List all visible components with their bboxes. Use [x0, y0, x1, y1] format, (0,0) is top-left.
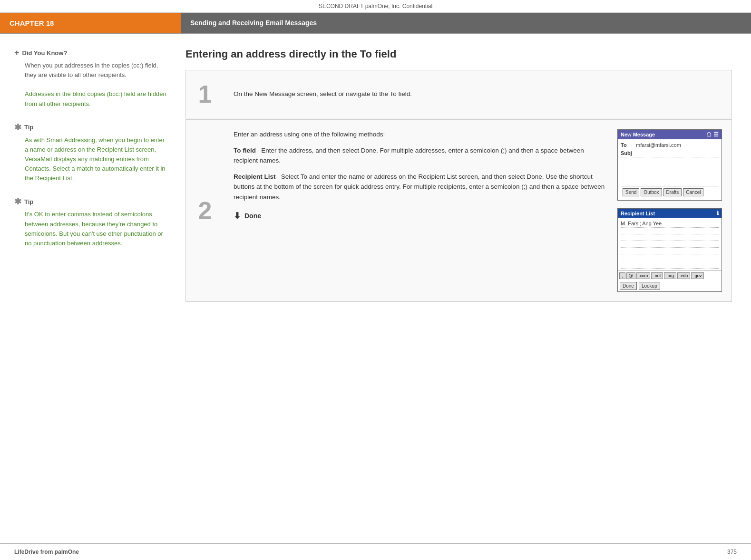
device-2-done-btn[interactable]: Done — [620, 282, 637, 290]
step-1-text: On the New Message screen, select or nav… — [234, 80, 722, 108]
chapter-label: CHAPTER 18 — [0, 13, 181, 33]
plus-icon: + — [14, 48, 20, 58]
device-1-to-value: mfarsi@mfarsi.com — [636, 142, 719, 148]
device-2-recipient-4 — [621, 241, 719, 248]
key-dotcom[interactable]: .com — [636, 272, 651, 279]
chapter-title: Sending and Receiving Email Messages — [181, 13, 751, 33]
chapter-header: CHAPTER 18 Sending and Receiving Email M… — [0, 13, 751, 34]
done-label: Done — [244, 211, 261, 221]
device-1-send-btn[interactable]: Send — [623, 188, 639, 196]
key-dotorg[interactable]: .org — [664, 272, 676, 279]
chapter-number: CHAPTER 18 — [10, 19, 54, 27]
sidebar-text-1: When you put addresses in the copies (cc… — [14, 61, 166, 109]
device-2-recipient-3 — [621, 234, 719, 241]
method1-text: Enter the address, and then select Done.… — [234, 147, 584, 164]
sidebar-text-3: It's OK to enter commas instead of semic… — [14, 210, 166, 248]
device-2-title: Recipient List — [621, 211, 655, 216]
device-1-icon-1: ☖ — [706, 131, 712, 138]
device-2-body: M. Farsi; Ang Yee — [618, 218, 722, 270]
device-2-recipient-2 — [621, 228, 719, 234]
done-row: ⬇ Done — [234, 209, 608, 223]
key-semicolon[interactable]: ; — [619, 272, 625, 279]
sidebar-heading-3: Tip — [24, 198, 33, 205]
sidebar-heading-row-2: ✱ Tip — [14, 122, 166, 133]
device-1-to-row: To mfarsi@mfarsi.com — [621, 141, 719, 149]
device-recipient-list: Recipient List ℹ M. Farsi; Ang Yee — [617, 208, 722, 292]
asterisk-icon-2: ✱ — [14, 196, 21, 207]
done-arrow-icon: ⬇ — [234, 209, 241, 223]
device-1-subj-label: Subj — [621, 150, 634, 156]
device-1-outbox-btn[interactable]: Outbox — [641, 188, 662, 196]
step-1-box: 1 On the New Message screen, select or n… — [185, 70, 732, 118]
sidebar-text-3a: It's OK to enter commas instead of semic… — [25, 211, 163, 246]
step-1-content: On the New Message screen, select or nav… — [224, 70, 731, 118]
step-2-number: 2 — [186, 120, 224, 301]
device-2-keyboard: ; @ .com .net .org .edu .gov — [618, 270, 722, 280]
device-1-subj-row: Subj — [621, 149, 719, 157]
method1-label: To field — [234, 147, 256, 154]
main-content: + Did You Know? When you put addresses i… — [0, 34, 751, 303]
key-at[interactable]: @ — [626, 272, 635, 279]
footer-right: 375 — [727, 549, 737, 555]
page-footer: LifeDrive from palmOne 375 — [0, 543, 751, 560]
step-1-number: 1 — [186, 70, 224, 118]
sidebar-text-2a: As with Smart Addressing, when you begin… — [25, 136, 166, 182]
device-1-titlebar: New Message ☖ ☰ — [618, 130, 722, 139]
device-1-icons: ☖ ☰ — [706, 131, 719, 138]
device-1-drafts-btn[interactable]: Drafts — [663, 188, 682, 196]
device-1-body: To mfarsi@mfarsi.com Subj Send Outbox — [618, 139, 722, 200]
sidebar-heading-2: Tip — [24, 124, 33, 131]
sidebar-did-you-know: + Did You Know? When you put addresses i… — [14, 48, 166, 109]
step-2-method2: Recipient List Select To and enter the n… — [234, 172, 608, 203]
key-dotgov[interactable]: .gov — [691, 272, 704, 279]
step-2-method1: To field Enter the address, and then sel… — [234, 145, 608, 166]
sidebar-heading-row-1: + Did You Know? — [14, 48, 166, 58]
key-dotedu[interactable]: .edu — [677, 272, 691, 279]
device-2-recipient-1: M. Farsi; Ang Yee — [621, 220, 719, 228]
sidebar-tip-1: ✱ Tip As with Smart Addressing, when you… — [14, 122, 166, 183]
device-1-icon-2: ☰ — [713, 131, 719, 138]
device-1-to-label: To — [621, 142, 634, 148]
sidebar-text-2: As with Smart Addressing, when you begin… — [14, 135, 166, 183]
sidebar: + Did You Know? When you put addresses i… — [0, 48, 176, 303]
device-2-recipient-6 — [621, 254, 719, 269]
device-1-cancel-btn[interactable]: Cancel — [683, 188, 703, 196]
sidebar-text-1a: When you put addresses in the copies (cc… — [25, 62, 158, 78]
draft-header: SECOND DRAFT palmOne, Inc. Confidential — [0, 0, 751, 13]
sidebar-heading-row-3: ✱ Tip — [14, 196, 166, 207]
step-2-text: Enter an address using one of the follow… — [234, 129, 608, 292]
device-2-recipient-value: M. Farsi; Ang Yee — [621, 221, 662, 226]
step-2-box: 2 Enter an address using one of the foll… — [185, 119, 732, 302]
sidebar-heading-1: Did You Know? — [22, 49, 68, 57]
device-2-titlebar: Recipient List ℹ — [618, 209, 722, 218]
device-area: New Message ☖ ☰ To mfarsi@mfarsi.com — [617, 129, 722, 292]
right-content: Entering an address directly in the To f… — [176, 48, 751, 303]
sidebar-tip-2: ✱ Tip It's OK to enter commas instead of… — [14, 196, 166, 248]
draft-text: SECOND DRAFT palmOne, Inc. Confidential — [319, 3, 432, 10]
device-2-recipient-5 — [621, 248, 719, 254]
step-2-content: Enter an address using one of the follow… — [224, 120, 731, 301]
sidebar-text-1b: Addresses in the blind copies (bcc:) fie… — [25, 90, 166, 107]
method2-label: Recipient List — [234, 173, 276, 180]
step-2-heading: Enter an address using one of the follow… — [234, 129, 608, 140]
device-2-lookup-btn[interactable]: Lookup — [639, 282, 660, 290]
device-1-title: New Message — [621, 132, 655, 137]
footer-left: LifeDrive from palmOne — [14, 549, 79, 555]
asterisk-icon-1: ✱ — [14, 122, 21, 133]
device-2-bottom-buttons: Done Lookup — [618, 280, 722, 291]
chapter-title-text: Sending and Receiving Email Messages — [190, 19, 317, 27]
device-new-message: New Message ☖ ☰ To mfarsi@mfarsi.com — [617, 129, 722, 201]
device-2-info-icon: ℹ — [717, 210, 719, 216]
key-dotnet[interactable]: .net — [651, 272, 663, 279]
device-1-body-area — [621, 157, 719, 186]
method2-text: Select To and enter the name or address … — [234, 173, 605, 201]
section-title: Entering an address directly in the To f… — [185, 48, 732, 60]
device-1-buttons: Send Outbox Drafts Cancel — [621, 186, 719, 198]
